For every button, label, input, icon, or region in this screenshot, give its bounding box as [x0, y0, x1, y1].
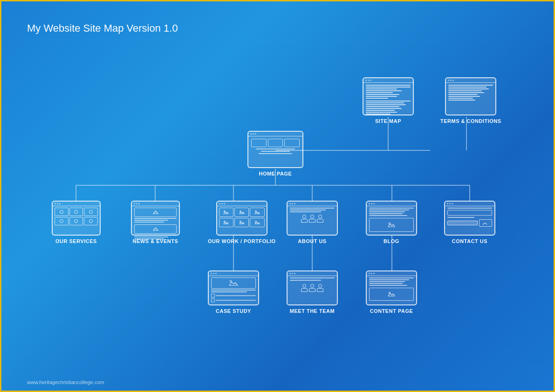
node-sitemap-label: SITE MAP	[375, 118, 401, 124]
svg-point-16	[240, 211, 241, 212]
node-portfolio-label: OUR WORK / PORTFOLIO	[208, 238, 276, 244]
node-sitemap: SITE MAP	[363, 77, 414, 124]
node-meet-team-label: MEET THE TEAM	[290, 308, 335, 314]
node-terms: TERMS & CONDITIONS	[440, 77, 501, 124]
node-content-page-label: CONTENT PAGE	[370, 308, 413, 314]
node-home: HOME PAGE	[247, 131, 303, 176]
page-title: My Website Site Map Version 1.0	[27, 22, 178, 34]
svg-point-15	[224, 211, 226, 212]
svg-point-20	[255, 221, 257, 223]
node-our-services-label: OUR SERVICES	[55, 238, 97, 244]
svg-point-21	[389, 223, 391, 224]
node-portfolio: OUR WORK / PORTFOLIO	[208, 201, 276, 244]
node-case-study: CASE STUDY	[208, 270, 259, 314]
footer-text: www.heritagechristiancollege.com	[27, 379, 104, 385]
node-case-study-label: CASE STUDY	[216, 308, 251, 314]
node-contact-us: CONTACT US	[444, 201, 495, 244]
node-blog: BLOG	[366, 201, 417, 244]
node-blog-label: BLOG	[384, 238, 399, 244]
node-meet-team: MEET THE TEAM	[287, 270, 338, 314]
svg-point-18	[224, 221, 226, 223]
node-about-us-label: ABOUT US	[298, 238, 326, 244]
node-news-events: NEWS & EVENTS	[131, 201, 180, 244]
svg-point-22	[230, 280, 232, 282]
svg-point-23	[389, 292, 391, 294]
node-home-label: HOME PAGE	[259, 171, 292, 176]
node-terms-label: TERMS & CONDITIONS	[440, 118, 501, 124]
node-about-us: ABOUT US	[287, 201, 338, 244]
node-our-services: OUR SERVICES	[52, 201, 101, 244]
node-contact-us-label: CONTACT US	[452, 238, 487, 244]
svg-point-19	[240, 221, 241, 223]
svg-point-17	[255, 211, 257, 212]
node-content-page: CONTENT PAGE	[366, 270, 417, 314]
